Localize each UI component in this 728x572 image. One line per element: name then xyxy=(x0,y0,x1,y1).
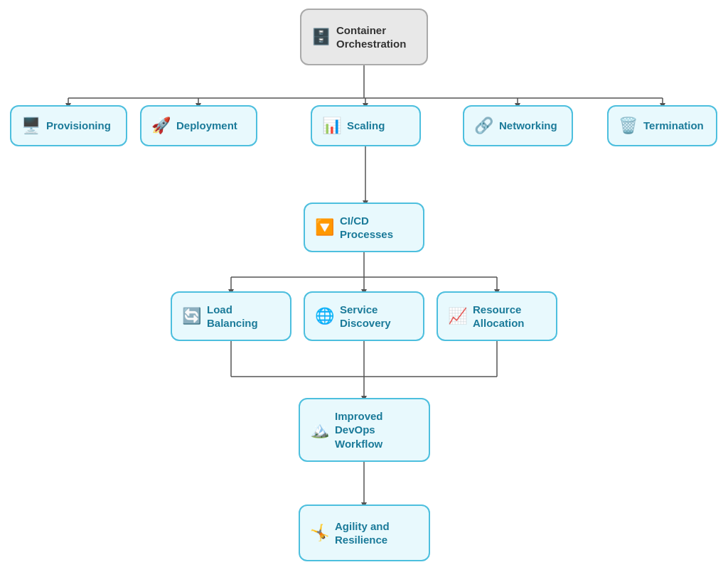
agility-icon: 🤸 xyxy=(310,523,329,544)
cicd-label: CI/CD Processes xyxy=(340,214,413,242)
node-servicediscovery: 🌐 Service Discovery xyxy=(304,291,424,341)
node-devops: 🏔️ Improved DevOps Workflow xyxy=(299,398,430,462)
connectors-svg xyxy=(0,0,728,572)
networking-icon: 🔗 xyxy=(474,116,493,136)
provisioning-icon: 🖥️ xyxy=(21,116,41,136)
diagram-container: 🗄️ Container Orchestration 🖥️ Provisioni… xyxy=(0,0,728,572)
loadbalancing-icon: 🔄 xyxy=(182,306,201,327)
loadbalancing-label: Load Balancing xyxy=(207,303,280,330)
servicediscovery-icon: 🌐 xyxy=(315,306,334,327)
node-agility: 🤸 Agility and Resilience xyxy=(299,504,430,561)
node-termination: 🗑️ Termination xyxy=(607,105,717,146)
node-provisioning: 🖥️ Provisioning xyxy=(10,105,127,146)
termination-label: Termination xyxy=(643,119,706,133)
root-label: Container Orchestration xyxy=(336,23,417,51)
root-icon: 🗄️ xyxy=(311,27,331,48)
cicd-icon: 🔽 xyxy=(315,217,334,238)
scaling-label: Scaling xyxy=(347,119,410,133)
devops-label: Improved DevOps Workflow xyxy=(335,409,419,451)
node-cicd: 🔽 CI/CD Processes xyxy=(304,203,424,252)
node-resourceallocation: 📈 Resource Allocation xyxy=(437,291,557,341)
agility-label: Agility and Resilience xyxy=(335,519,419,547)
resourceallocation-label: Resource Allocation xyxy=(473,303,546,330)
provisioning-label: Provisioning xyxy=(46,119,116,133)
deployment-icon: 🚀 xyxy=(151,116,171,136)
node-networking: 🔗 Networking xyxy=(463,105,573,146)
networking-label: Networking xyxy=(499,119,562,133)
resourceallocation-icon: 📈 xyxy=(448,306,467,327)
devops-icon: 🏔️ xyxy=(310,420,329,441)
node-scaling: 📊 Scaling xyxy=(311,105,421,146)
deployment-label: Deployment xyxy=(176,119,246,133)
servicediscovery-label: Service Discovery xyxy=(340,303,413,330)
node-loadbalancing: 🔄 Load Balancing xyxy=(171,291,291,341)
node-root: 🗄️ Container Orchestration xyxy=(300,9,428,65)
termination-icon: 🗑️ xyxy=(619,116,638,136)
node-deployment: 🚀 Deployment xyxy=(140,105,257,146)
scaling-icon: 📊 xyxy=(322,116,341,136)
